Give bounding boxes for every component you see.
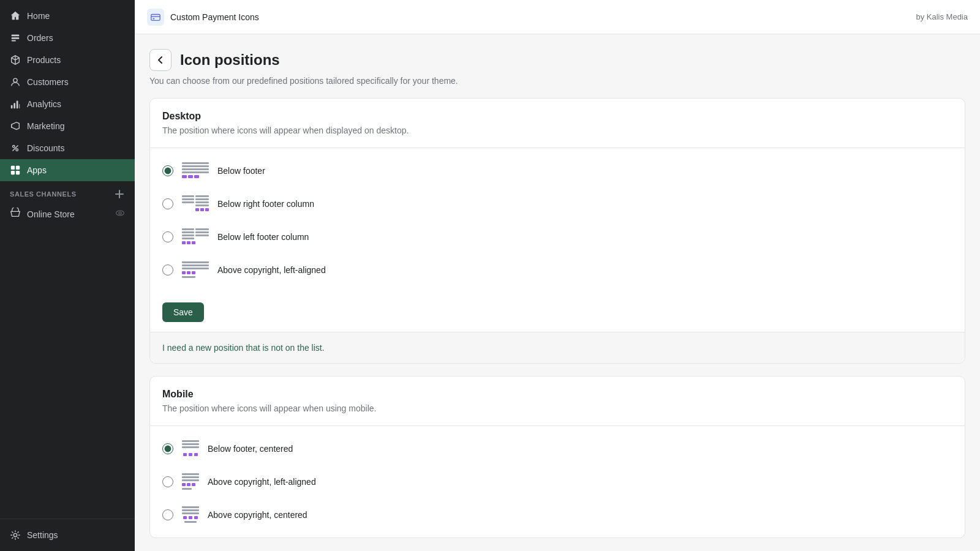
new-position-link[interactable]: I need a new position that is not on the… (162, 343, 325, 353)
mobile-label-above-copyright-centered: Above copyright, centered (208, 510, 307, 520)
svg-point-3 (13, 78, 17, 82)
svg-rect-28 (182, 198, 194, 200)
mobile-layout-icon-above-copyright-centered (182, 506, 199, 524)
sidebar-item-label-products: Products (27, 55, 61, 65)
desktop-option-above-copyright[interactable]: Above copyright, left-aligned (162, 253, 952, 287)
desktop-card-header: Desktop The position where icons will ap… (150, 99, 965, 148)
sidebar-item-orders[interactable]: Orders (0, 27, 135, 49)
sidebar: Home Orders Products Customers Analytics (0, 0, 135, 551)
svg-rect-58 (194, 453, 198, 456)
sidebar-item-online-store[interactable]: Online Store (0, 202, 135, 226)
mobile-card-header: Mobile The position where icons will app… (150, 377, 965, 426)
svg-rect-60 (182, 476, 199, 478)
svg-rect-52 (182, 276, 195, 278)
svg-rect-4 (11, 105, 13, 108)
svg-rect-53 (182, 440, 199, 442)
svg-rect-48 (182, 268, 209, 269)
svg-rect-21 (182, 168, 209, 170)
svg-rect-59 (182, 473, 199, 475)
svg-rect-22 (182, 171, 209, 173)
page-header: Icon positions (149, 49, 965, 71)
mobile-radio-options: Below footer, centered Above copyright (150, 426, 965, 538)
svg-rect-38 (182, 231, 194, 233)
desktop-radio-below-footer[interactable] (162, 165, 173, 176)
svg-rect-51 (192, 271, 195, 274)
desktop-card-desc: The position where icons will appear whe… (162, 126, 952, 135)
save-button[interactable]: Save (162, 302, 204, 322)
back-button[interactable] (149, 49, 172, 71)
desktop-radio-below-right[interactable] (162, 198, 173, 209)
sidebar-item-home[interactable]: Home (0, 5, 135, 27)
analytics-icon (10, 99, 21, 110)
sidebar-item-analytics[interactable]: Analytics (0, 93, 135, 115)
svg-rect-5 (13, 103, 15, 108)
svg-rect-0 (12, 35, 20, 37)
sidebar-item-apps[interactable]: Apps (0, 159, 135, 181)
desktop-option-below-footer[interactable]: Below footer (162, 154, 952, 187)
topbar: Custom Payment Icons by Kalis Media (135, 0, 980, 34)
desktop-option-below-left[interactable]: Below left footer column (162, 220, 952, 253)
sidebar-item-label-apps: Apps (27, 165, 47, 175)
svg-rect-40 (182, 234, 194, 236)
settings-icon (10, 530, 21, 541)
sidebar-item-discounts[interactable]: Discounts (0, 137, 135, 159)
orders-icon (10, 32, 21, 43)
desktop-label-below-left: Below left footer column (217, 232, 309, 242)
layout-icon-below-left (182, 228, 209, 246)
svg-rect-23 (182, 175, 187, 178)
svg-rect-10 (11, 166, 15, 170)
mobile-radio-above-copyright-centered[interactable] (162, 509, 173, 520)
main-content: Custom Payment Icons by Kalis Media Icon… (135, 0, 980, 551)
svg-rect-54 (182, 443, 199, 445)
topbar-left: Custom Payment Icons (147, 9, 259, 26)
layout-icon-above-copyright (182, 261, 209, 279)
mobile-radio-below-footer-centered[interactable] (162, 443, 173, 454)
sales-channels-section: SALES CHANNELS (0, 181, 135, 202)
sidebar-item-settings[interactable]: Settings (0, 524, 135, 546)
mobile-option-below-footer-centered[interactable]: Below footer, centered (162, 432, 952, 465)
eye-icon[interactable] (115, 208, 125, 220)
mobile-option-above-copyright-left[interactable]: Above copyright, left-aligned (162, 465, 952, 498)
desktop-radio-below-left[interactable] (162, 231, 173, 242)
svg-rect-67 (182, 509, 199, 511)
svg-rect-46 (182, 261, 209, 263)
svg-rect-39 (195, 231, 209, 233)
mobile-label-below-footer-centered: Below footer, centered (208, 444, 293, 454)
svg-rect-6 (17, 101, 18, 109)
desktop-card-title: Desktop (162, 111, 952, 122)
page-title: Icon positions (180, 51, 280, 69)
add-sales-channel-button[interactable] (114, 189, 125, 200)
online-store-label: Online Store (27, 209, 75, 219)
svg-rect-70 (189, 516, 192, 519)
layout-icon-below-footer (182, 162, 209, 180)
mobile-label-above-copyright-left: Above copyright, left-aligned (208, 477, 316, 487)
svg-rect-49 (182, 271, 186, 274)
sidebar-item-marketing[interactable]: Marketing (0, 115, 135, 137)
sidebar-item-customers[interactable]: Customers (0, 71, 135, 93)
svg-rect-62 (182, 483, 186, 486)
svg-rect-61 (182, 479, 199, 481)
desktop-option-below-right[interactable]: Below right footer column (162, 187, 952, 220)
svg-point-8 (13, 146, 15, 148)
svg-rect-32 (195, 204, 209, 206)
desktop-radio-options: Below footer (150, 148, 965, 293)
svg-rect-11 (16, 166, 20, 170)
mobile-layout-icon-above-copyright-left (182, 473, 199, 491)
svg-rect-31 (195, 201, 209, 203)
svg-rect-19 (182, 162, 209, 164)
online-store-icon (10, 208, 21, 220)
sidebar-item-label-discounts: Discounts (27, 143, 64, 153)
svg-rect-69 (183, 516, 187, 519)
svg-rect-47 (182, 264, 209, 266)
sidebar-item-label-orders: Orders (27, 33, 53, 43)
desktop-radio-above-copyright[interactable] (162, 264, 173, 276)
svg-point-15 (119, 212, 121, 214)
discounts-icon (10, 143, 21, 154)
settings-label: Settings (27, 530, 58, 540)
svg-rect-64 (192, 483, 195, 486)
mobile-radio-above-copyright-left[interactable] (162, 476, 173, 487)
sidebar-item-products[interactable]: Products (0, 49, 135, 71)
mobile-option-above-copyright-centered[interactable]: Above copyright, centered (162, 498, 952, 531)
products-icon (10, 54, 21, 66)
save-section: Save (150, 293, 965, 332)
